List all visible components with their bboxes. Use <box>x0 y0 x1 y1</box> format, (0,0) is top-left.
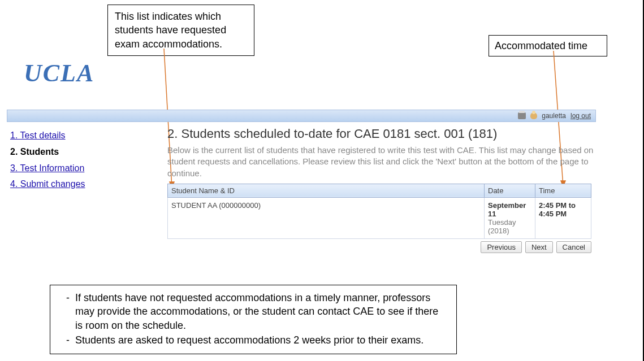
note-item: - If students have not requested accommo… <box>66 291 447 332</box>
note-text: Students are asked to request accommodat… <box>75 334 423 346</box>
cell-name: STUDENT AA (000000000) <box>168 197 485 238</box>
col-date: Date <box>485 184 535 197</box>
app-container: gauletta log out 1. Test details 2. Stud… <box>7 110 596 253</box>
col-name: Student Name & ID <box>168 184 485 197</box>
sidebar-item-test-information[interactable]: 3. Test Information <box>10 160 157 177</box>
note-text: If students have not requested accommoda… <box>75 292 438 331</box>
note-item: - Students are asked to request accommod… <box>66 333 447 347</box>
col-time: Time <box>535 184 591 197</box>
sidebar-item-test-details[interactable]: 1. Test details <box>10 128 157 144</box>
sidebar-item-students[interactable]: 2. Students <box>10 144 157 160</box>
cell-date-main: September 11 <box>488 201 526 218</box>
students-table: Student Name & ID Date Time STUDENT AA (… <box>167 184 591 239</box>
main-panel: 2. Students scheduled to-date for CAE 01… <box>163 122 596 253</box>
notes-callout: - If students have not requested accommo… <box>50 285 457 354</box>
sidebar: 1. Test details 2. Students 3. Test Info… <box>7 122 163 253</box>
action-buttons: Previous Next Cancel <box>167 241 591 253</box>
username-label: gauletta <box>542 112 566 120</box>
ucla-logo: UCLA <box>24 59 94 88</box>
page-description: Below is the current list of students th… <box>167 145 595 179</box>
callout-list-note: This list indicates which students have … <box>107 5 254 56</box>
print-icon[interactable] <box>518 112 526 119</box>
cell-date-sub: Tuesday (2018) <box>488 218 516 235</box>
previous-button[interactable]: Previous <box>481 241 522 253</box>
table-row: STUDENT AA (000000000) September 11 Tues… <box>168 197 591 238</box>
sidebar-item-submit-changes[interactable]: 4. Submit changes <box>10 176 157 193</box>
page-title: 2. Students scheduled to-date for CAE 01… <box>167 127 595 141</box>
topbar: gauletta log out <box>7 110 596 122</box>
user-icon <box>530 112 537 119</box>
cell-time: 2:45 PM to 4:45 PM <box>535 197 591 238</box>
cell-date: September 11 Tuesday (2018) <box>485 197 535 238</box>
cancel-button[interactable]: Cancel <box>556 241 591 253</box>
callout-time-note: Accommodated time <box>489 35 607 56</box>
logout-link[interactable]: log out <box>570 112 591 120</box>
next-button[interactable]: Next <box>525 241 553 253</box>
